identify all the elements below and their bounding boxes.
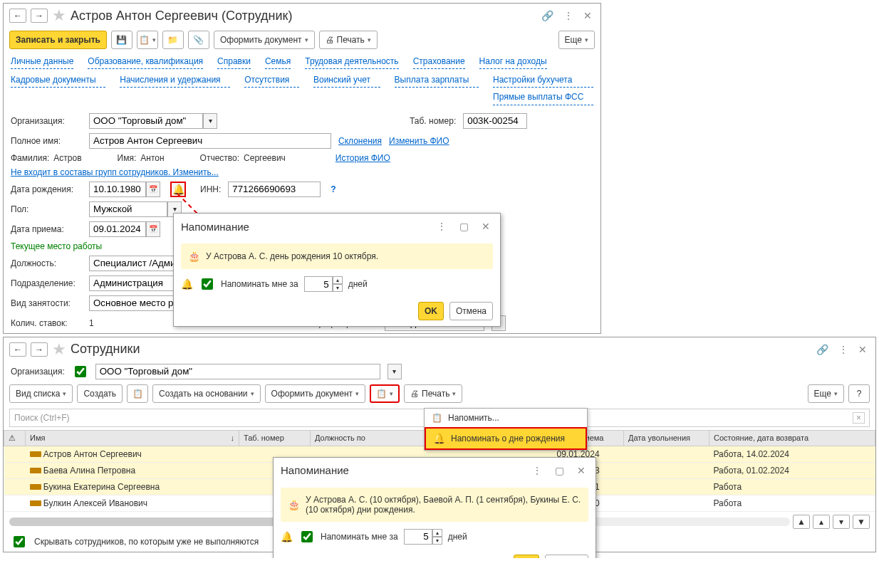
help-icon[interactable]: ? xyxy=(331,184,336,194)
maximize-icon[interactable]: ▢ xyxy=(552,463,567,478)
change-fio-link[interactable]: Изменить ФИО xyxy=(389,136,449,146)
calendar-icon[interactable]: 📅 xyxy=(146,182,160,197)
print-button[interactable]: 🖨 Печать xyxy=(404,384,462,403)
col-tab[interactable]: Таб. номер xyxy=(239,430,311,446)
link-fss[interactable]: Прямые выплаты ФСС xyxy=(493,90,593,105)
declensions-link[interactable]: Склонения xyxy=(338,136,382,146)
close-icon[interactable]: ✕ xyxy=(479,219,493,233)
tab-work[interactable]: Трудовая деятельность xyxy=(305,55,398,69)
remind-checkbox[interactable] xyxy=(301,531,313,542)
back-button[interactable]: ← xyxy=(9,342,26,357)
forward-button[interactable]: → xyxy=(31,342,48,357)
tab-refs[interactable]: Справки xyxy=(217,55,251,69)
tabno-input[interactable] xyxy=(463,113,527,129)
create-basis-button[interactable]: Создать на основании xyxy=(152,384,261,403)
search-input[interactable]: Поиск (Ctrl+F) xyxy=(14,413,70,423)
remind-split-button[interactable]: 📋 xyxy=(137,31,158,49)
more-icon[interactable]: ⋮ xyxy=(529,463,545,478)
dropdown-icon[interactable]: ▾ xyxy=(388,364,402,379)
more-menu-icon[interactable]: ⋮ xyxy=(561,9,576,23)
clear-search-icon[interactable]: × xyxy=(853,412,865,424)
view-button[interactable]: Вид списка xyxy=(9,384,73,403)
remind-item[interactable]: 📋 Напомнить... xyxy=(425,409,587,427)
row-icon xyxy=(30,468,41,473)
copy-icon[interactable]: 📋 xyxy=(127,384,148,403)
spin-down-icon[interactable]: ▾ xyxy=(333,284,343,292)
org-input[interactable] xyxy=(89,113,203,129)
forward-button[interactable]: → xyxy=(31,9,48,23)
link-accruals[interactable]: Начисления и удержания xyxy=(120,73,230,88)
calendar-icon[interactable]: 📅 xyxy=(146,221,160,237)
col-warn[interactable]: ⚠ xyxy=(4,430,26,446)
folder-icon[interactable]: 📁 xyxy=(162,31,184,49)
col-fire[interactable]: Дата увольнения xyxy=(624,430,709,446)
remind-checkbox[interactable] xyxy=(202,278,213,290)
col-state[interactable]: Состояние, дата возврата xyxy=(709,430,875,446)
close-icon[interactable]: ✕ xyxy=(581,9,595,23)
create-document-button[interactable]: Оформить документ xyxy=(214,31,315,49)
link-absences[interactable]: Отсутствия xyxy=(244,73,299,88)
tab-education[interactable]: Образование, квалификация xyxy=(88,55,203,69)
org-select[interactable] xyxy=(95,364,380,379)
favorite-icon[interactable]: ★ xyxy=(52,6,66,25)
save-close-button[interactable]: Записать и закрыть xyxy=(9,31,107,49)
spin-up-icon[interactable]: ▴ xyxy=(333,276,343,284)
link-military[interactable]: Воинский учет xyxy=(313,73,380,88)
create-document-button[interactable]: Оформить документ xyxy=(265,384,366,403)
attach-icon[interactable]: 📎 xyxy=(188,31,209,49)
more-button[interactable]: Еще xyxy=(558,31,595,49)
inn-input[interactable] xyxy=(228,182,321,197)
cancel-button[interactable]: Отмена xyxy=(449,302,493,320)
groups-link[interactable]: Не входит в составы групп сотрудников. И… xyxy=(11,167,219,177)
scroll-up-icon[interactable]: ▴ xyxy=(813,515,830,529)
tab-insurance[interactable]: Страхование xyxy=(413,55,465,69)
back-button[interactable]: ← xyxy=(9,9,26,23)
create-button[interactable]: Создать xyxy=(77,384,123,403)
window-title: Сотрудники xyxy=(71,342,809,357)
more-button[interactable]: Еще xyxy=(808,384,844,403)
reminder-dropdown: 📋 Напомнить... Напоминать о дне рождения xyxy=(424,408,588,451)
cake-icon xyxy=(288,499,300,510)
maximize-icon[interactable]: ▢ xyxy=(457,219,472,233)
sex-select[interactable] xyxy=(89,201,167,217)
link-hr-docs[interactable]: Кадровые документы xyxy=(11,73,105,88)
fullname-input[interactable] xyxy=(89,133,331,149)
link-accounting[interactable]: Настройки бухучета xyxy=(493,73,593,88)
more-menu-icon[interactable]: ⋮ xyxy=(836,342,851,357)
scroll-top-icon[interactable]: ▲ xyxy=(793,515,810,529)
days-input[interactable] xyxy=(404,529,432,545)
birthday-reminder-item[interactable]: Напоминать о дне рождения xyxy=(425,427,587,450)
link-salary[interactable]: Выплата зарплаты xyxy=(395,73,479,88)
favorite-icon[interactable]: ★ xyxy=(52,340,66,359)
hide-checkbox[interactable] xyxy=(14,536,25,547)
save-icon[interactable]: 💾 xyxy=(111,31,132,49)
scroll-down-icon[interactable]: ▾ xyxy=(833,515,850,529)
close-icon[interactable]: ✕ xyxy=(855,342,870,357)
tab-tax[interactable]: Налог на доходы xyxy=(479,55,547,69)
hire-date-input[interactable] xyxy=(89,221,146,237)
tab-personal[interactable]: Личные данные xyxy=(11,55,73,69)
link-icon[interactable]: 🔗 xyxy=(539,9,556,23)
spin-down-icon[interactable]: ▾ xyxy=(432,537,442,545)
row-icon xyxy=(30,500,41,506)
reminder-split-button[interactable]: 📋 xyxy=(370,384,400,403)
more-icon[interactable]: ⋮ xyxy=(434,219,449,233)
ok-button[interactable]: OK xyxy=(418,302,444,320)
col-name[interactable]: Имя ↓ xyxy=(26,430,239,446)
row-icon xyxy=(30,484,41,490)
tab-family[interactable]: Семья xyxy=(265,55,291,69)
link-icon[interactable]: 🔗 xyxy=(813,342,831,357)
scroll-bottom-icon[interactable]: ▼ xyxy=(853,515,870,529)
cancel-button[interactable]: Отмена xyxy=(545,555,588,558)
select-icon[interactable]: ▾ xyxy=(203,113,217,129)
close-icon[interactable]: ✕ xyxy=(574,463,588,478)
tabno-label: Таб. номер: xyxy=(410,116,456,126)
dob-input[interactable] xyxy=(89,182,146,197)
days-input[interactable] xyxy=(304,276,333,292)
print-button[interactable]: 🖨 Печать xyxy=(319,31,378,49)
history-fio-link[interactable]: История ФИО xyxy=(336,153,390,163)
help-icon[interactable]: ? xyxy=(848,384,870,403)
spin-up-icon[interactable]: ▴ xyxy=(432,529,442,537)
org-checkbox[interactable] xyxy=(75,366,86,377)
ok-button[interactable]: OK xyxy=(514,555,539,558)
